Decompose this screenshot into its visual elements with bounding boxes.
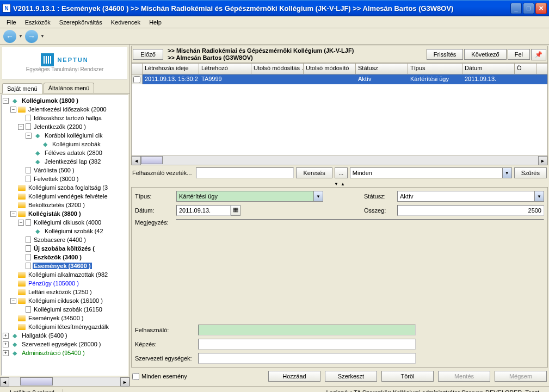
grid-scroll-left-icon[interactable]: ◄ [132,156,141,165]
tree-node[interactable]: Események (34500 ) [3,314,127,322]
tree-node[interactable]: Felvettek (3000 ) [3,175,127,183]
tipus-combo[interactable]: Kártérítési ügy ▼ [176,191,323,202]
chevron-down-icon[interactable]: ▼ [502,168,511,178]
tab-own-menu[interactable]: Saját menü [2,83,42,94]
expand-icon[interactable]: − [10,298,16,304]
grid-header-modifier[interactable]: Utolsó módosító [304,64,356,74]
delete-button[interactable]: Töröl [381,371,434,382]
felhasznalo-input[interactable] [198,325,416,335]
grid-scroll-thumb[interactable] [141,156,163,164]
calendar-icon[interactable]: ▦ [231,205,240,216]
expand-icon[interactable]: − [18,220,24,226]
grid-header-modified[interactable]: Utolsó módosítás ... [251,64,304,74]
tree-node[interactable]: Új szobába költözés ( [3,244,127,253]
tree-node[interactable]: +◆Adminisztráció (95400 ) [3,349,127,357]
edit-button[interactable]: Szerkeszt [325,371,377,382]
grid-hscrollbar[interactable]: ◄ ► [132,155,547,165]
osszeg-input[interactable] [397,205,544,216]
expand-icon[interactable]: + [3,333,9,339]
next-button[interactable]: Következő [464,49,506,60]
expand-icon[interactable]: − [10,107,16,113]
tree-node[interactable]: ◆Jelentkezési lap (382 [3,157,127,166]
grid-scroll-right-icon[interactable]: ► [538,156,547,165]
nav-back-button[interactable]: ← [3,30,16,43]
nav-back-dropdown-icon[interactable]: ▼ [18,34,23,39]
grid-header-amount[interactable]: Ö [515,64,536,74]
tree-node[interactable]: −Kollégisták (3800 ) [3,209,127,218]
expand-icon[interactable]: − [18,124,24,130]
scroll-right-icon[interactable]: ► [120,377,129,387]
grid-header-type[interactable]: Típus [408,64,462,74]
scroll-track[interactable] [9,377,120,386]
all-events-checkbox[interactable]: Minden esemény [132,373,187,380]
tree-node[interactable]: Kollégiumi vendégek felvétele [3,192,127,201]
nav-forward-dropdown-icon[interactable]: ▼ [40,34,45,39]
save-button[interactable]: Mentés [438,371,490,382]
tree-node[interactable]: −Jelentkezők (2200 ) [3,122,127,131]
tree-node[interactable]: −Kollégiumi ciklusok (4000 [3,218,127,227]
splitter[interactable]: ▼ ▲ [131,181,548,187]
tree-node[interactable]: Kollégiumi alkalmazottak (982 [3,270,127,279]
tree-node[interactable]: Események (34600 ) [3,262,127,270]
close-button[interactable]: ✕ [535,3,547,14]
expand-icon[interactable]: − [3,98,9,104]
menu-roleswitch[interactable]: Szerepkörváltás [55,18,107,27]
browse-button[interactable]: ... [335,167,348,178]
megjegyzes-textarea[interactable] [176,219,544,220]
kepzes-input[interactable] [198,339,416,350]
expand-icon[interactable]: + [3,350,9,356]
tree-node[interactable]: +◆Szervezeti egységek (28000 ) [3,340,127,349]
tree-node[interactable]: Pénzügy (105000 ) [3,279,127,288]
tree-node[interactable]: +◆Hallgatók (5400 ) [3,331,127,340]
nav-tree[interactable]: −◆Kollégiumok (1800 )−Jelentkezési idősz… [1,95,128,376]
add-button[interactable]: Hozzáad [268,371,320,382]
cancel-button[interactable]: Mégsem [495,371,547,382]
menu-help[interactable]: Help [145,18,166,27]
menu-favorites[interactable]: Kedvencek [107,18,145,27]
menu-tools[interactable]: Eszközök [21,18,55,27]
tree-node[interactable]: Időszakhoz tartozó hallga [3,114,127,122]
chevron-down-icon[interactable]: ▼ [534,191,544,201]
filter-input[interactable] [196,167,294,178]
pin-button[interactable]: 📌 [531,49,546,60]
tree-node[interactable]: Leltári eszközök (1250 ) [3,288,127,296]
grid-scroll-track[interactable] [141,156,538,165]
maximize-button[interactable]: □ [523,3,534,14]
tree-node[interactable]: −Jelentkezési időszakok (2000 [3,105,127,114]
tree-node[interactable]: Eszközök (3400 ) [3,253,127,262]
minimize-button[interactable]: _ [510,3,522,14]
tree-hscrollbar[interactable]: ◄ ► [0,377,129,386]
tree-node[interactable]: ◆Kollégiumi szobák (42 [3,227,127,235]
szures-button[interactable]: Szűrés [514,167,547,178]
menu-file[interactable]: File [2,18,21,27]
tree-node[interactable]: −◆Kollégiumok (1800 ) [3,96,127,105]
scroll-thumb[interactable] [20,377,53,385]
grid-header-status[interactable]: Státusz [356,64,408,74]
filter-combo[interactable]: Minden ▼ [350,167,512,178]
tree-node[interactable]: −◆Korábbi kollégiumi cik [3,131,127,140]
scroll-left-icon[interactable]: ◄ [0,377,9,387]
grid-header-date[interactable]: Dátum [462,64,515,74]
grid-header-created[interactable]: Létrehozás ideje [143,64,199,74]
tree-node[interactable]: Várólista (500 ) [3,166,127,175]
tree-node[interactable]: Kollégiumi szoba foglaltság (3 [3,183,127,192]
grid-row-checkbox[interactable] [132,74,143,84]
tree-node[interactable]: ◆Kollégiumi szobák [3,140,127,148]
nav-forward-button[interactable]: → [25,30,38,43]
grid-header-creator[interactable]: Létrehozó [199,64,251,74]
tree-node[interactable]: Kollégiumi szobák (16150 [3,305,127,314]
tree-node[interactable]: Szobacsere (4400 ) [3,235,127,244]
search-button[interactable]: Keresés [296,167,332,178]
tree-node[interactable]: Kollégiumi létesítménygazdálk [3,322,127,331]
expand-icon[interactable]: − [26,133,32,139]
refresh-button[interactable]: Frissítés [427,49,464,60]
tree-node[interactable]: ◆Féléves adatok (2800 [3,148,127,157]
grid-header-checkbox[interactable] [132,64,143,74]
tab-general-menu[interactable]: Általános menü [44,83,95,93]
szervezeti-input[interactable] [198,353,416,364]
prev-button[interactable]: Előző [133,49,163,60]
up-button[interactable]: Fel [508,49,530,60]
tree-node[interactable]: Beköltöztetés (3200 ) [3,201,127,209]
grid-row[interactable]: 2011.09.13. 15:30:2 TA9999 Aktív Kártérí… [132,74,547,84]
datum-input[interactable] [176,205,231,216]
